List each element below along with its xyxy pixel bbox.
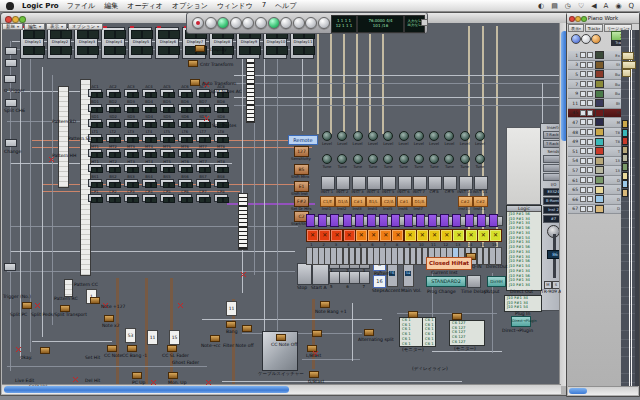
track-row[interactable]: 47M (568, 118, 621, 128)
status-icon[interactable]: ◉ (615, 2, 621, 10)
transformer-object[interactable] (214, 194, 228, 202)
region-chip[interactable] (622, 163, 628, 171)
transformer-object[interactable] (214, 149, 228, 157)
knob-level[interactable] (322, 131, 332, 141)
channel-strip[interactable]: Inserts T-RackS T-RackS Sends I/O EXS24 … (540, 123, 561, 311)
display-object[interactable]: Display2 (47, 27, 71, 59)
solo-box[interactable] (587, 196, 593, 202)
transformer-object[interactable] (124, 119, 138, 127)
cable-switcher-tall[interactable] (64, 279, 73, 297)
transformer-object[interactable] (178, 179, 192, 187)
start-a-button[interactable] (312, 263, 329, 285)
solo-button[interactable] (318, 17, 330, 29)
direct-plugin-button[interactable]: Direct→Plugin (511, 316, 531, 327)
skip-left-button[interactable] (293, 17, 305, 29)
small-monitor[interactable]: C6 1C6 1C6 1C6 1C6 1C6 1 (422, 317, 436, 347)
instrument-icon[interactable] (72, 377, 79, 382)
track-row[interactable]: 49T8 (568, 137, 621, 147)
instrument-icon[interactable] (150, 380, 157, 385)
solo-box[interactable] (587, 177, 593, 183)
transformer-object[interactable] (124, 179, 138, 187)
menu-item[interactable]: 編集 (104, 1, 118, 11)
transformer-icon[interactable] (210, 335, 220, 342)
env-menu-オプション[interactable]: オプション (68, 23, 103, 30)
mute-box[interactable] (580, 129, 586, 135)
stop-button[interactable] (297, 263, 312, 285)
solo-box[interactable] (587, 62, 593, 68)
knob-level[interactable] (383, 131, 393, 141)
transformer-object[interactable] (160, 119, 174, 127)
env-menu-編集[interactable]: 編集 (24, 23, 45, 30)
inst-strip[interactable]: LevelTunePanINST 3 (351, 129, 365, 195)
transformer-object[interactable] (124, 149, 138, 157)
transformer-object[interactable] (88, 119, 102, 127)
transformer-icon[interactable] (60, 305, 70, 312)
step-pad[interactable]: ✕ (465, 229, 478, 242)
step-pad[interactable]: ✕ (306, 229, 319, 242)
mute-button[interactable]: M (544, 281, 552, 289)
step-pad[interactable]: ✕ (391, 229, 404, 242)
region-chip[interactable] (622, 146, 628, 154)
track-row[interactable]: 5Bu (568, 70, 621, 80)
solo-box[interactable] (587, 52, 593, 58)
transformer-object[interactable] (106, 119, 120, 127)
transformer-object[interactable] (142, 164, 156, 172)
transformer-object[interactable] (106, 89, 120, 97)
solo-box[interactable] (587, 187, 593, 193)
solo-box[interactable] (587, 129, 593, 135)
arrange-menu-表示[interactable]: 表示 (568, 24, 584, 32)
step-pad[interactable]: ✕ (440, 229, 453, 242)
transformer-object[interactable] (88, 104, 102, 112)
track-row[interactable]: 3St (568, 61, 621, 71)
mute-box[interactable] (580, 110, 586, 116)
mute-box[interactable] (580, 148, 586, 154)
menu-item[interactable]: ファイル (67, 1, 96, 11)
transformer-object[interactable] (160, 89, 174, 97)
transformer-object[interactable] (106, 104, 120, 112)
transformer-object[interactable] (214, 164, 228, 172)
inst-pad[interactable] (428, 176, 442, 190)
zoom-button[interactable] (581, 16, 587, 22)
status-icon[interactable]: Q (628, 2, 634, 10)
inst-strip[interactable]: LevelTunePanINST 11 (473, 129, 487, 195)
autopunch-button[interactable] (280, 17, 292, 29)
transformer-object[interactable] (142, 104, 156, 112)
transformer-icon[interactable] (408, 311, 418, 318)
environment-canvas[interactable]: Remote 127SensitivityB5Shift MtrxE1Shift… (2, 23, 561, 386)
forward-button[interactable] (255, 17, 267, 29)
step-fader[interactable] (495, 247, 502, 265)
transformer-object[interactable] (196, 89, 210, 97)
inst-pad[interactable] (352, 176, 366, 190)
region-chip[interactable] (622, 129, 628, 137)
display-object[interactable]: Display4 (101, 27, 125, 59)
display-object[interactable]: Display6 (155, 27, 179, 59)
solo-box[interactable] (587, 158, 593, 164)
mute-box[interactable] (580, 91, 586, 97)
transport-widget[interactable] (421, 19, 428, 26)
knob-tune[interactable] (444, 154, 454, 164)
transformer-object[interactable] (88, 194, 102, 202)
mute-box[interactable] (580, 139, 586, 145)
transformer-object[interactable] (214, 104, 228, 112)
mute-box[interactable] (580, 81, 586, 87)
transformer-icon[interactable] (107, 345, 117, 352)
mute-box[interactable] (580, 71, 586, 77)
transformer-object[interactable] (160, 104, 174, 112)
display-object[interactable]: Display1 (20, 27, 44, 59)
transformer-object[interactable] (124, 194, 138, 202)
track-row[interactable]: 11Bt (568, 99, 621, 109)
region-chip[interactable] (622, 180, 628, 188)
region-chip[interactable] (622, 172, 628, 180)
transformer-object[interactable] (88, 164, 102, 172)
transformer-object[interactable] (214, 134, 228, 142)
region-chip[interactable] (622, 154, 628, 162)
transformer-object[interactable] (142, 119, 156, 127)
solo-box[interactable] (587, 91, 593, 97)
status-icon[interactable]: A (604, 2, 609, 10)
transformer-object[interactable] (178, 134, 192, 142)
solo-box[interactable] (587, 139, 593, 145)
transformer-icon[interactable] (127, 345, 137, 352)
transformer-object[interactable] (196, 194, 210, 202)
inst-pad[interactable] (459, 176, 473, 190)
mute-box[interactable] (580, 206, 586, 212)
